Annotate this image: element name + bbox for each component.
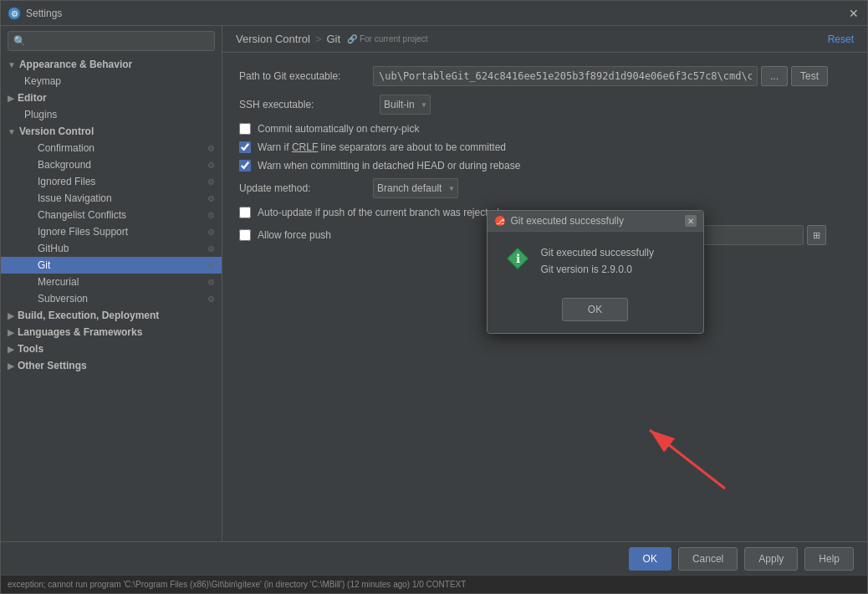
modal-line2: Git version is 2.9.0.0 — [541, 262, 654, 278]
sidebar-item-label: Ignored Files — [38, 176, 95, 187]
pin-icon: 🔗 For current project — [347, 34, 427, 44]
modal-message: Git executed successfully Git version is… — [541, 245, 654, 277]
expand-arrow: ▶ — [8, 361, 14, 371]
crlf-row: Warn if CRLF line separators are about t… — [239, 141, 850, 153]
update-method-wrapper: Branch default Merge Rebase — [373, 178, 458, 198]
sidebar-item-background[interactable]: Background ⚙ — [1, 156, 222, 173]
settings-icon: ⚙ — [207, 177, 215, 187]
sidebar-item-changelist-conflicts[interactable]: Changelist Conflicts ⚙ — [1, 207, 222, 223]
sidebar-item-ignored-files[interactable]: Ignored Files ⚙ — [1, 173, 222, 190]
sidebar-item-ignore-files-support[interactable]: Ignore Files Support ⚙ — [1, 223, 222, 240]
ssh-row: SSH executable: Built-in Native — [239, 95, 850, 115]
modal-ok-button[interactable]: OK — [562, 298, 628, 321]
settings-icon: ⚙ — [207, 161, 215, 170]
sidebar-item-label: GitHub — [38, 243, 69, 254]
ok-button[interactable]: OK — [629, 547, 671, 571]
sidebar-item-languages[interactable]: ▶ Languages & Frameworks — [1, 324, 222, 341]
modal-title-group: ⎇ Git executed successfully — [494, 215, 624, 227]
sidebar-item-subversion[interactable]: Subversion ⚙ — [1, 290, 222, 307]
sidebar-item-label: Git — [38, 259, 50, 271]
breadcrumb-vc: Version Control — [236, 33, 310, 45]
app-icon: ⚙ — [8, 7, 21, 20]
test-button[interactable]: Test — [791, 66, 828, 86]
expand-icon: ⊞ — [813, 230, 820, 241]
git-path-input[interactable] — [373, 66, 758, 86]
modal-body: ℹ Git executed successfully Git version … — [488, 232, 703, 290]
sidebar-item-mercurial[interactable]: Mercurial ⚙ — [1, 274, 222, 290]
titlebar: ⚙ Settings ✕ — [1, 1, 867, 26]
sidebar-item-appearance[interactable]: ▼ Appearance & Behavior — [1, 56, 222, 73]
sidebar-item-github[interactable]: GitHub ⚙ — [1, 240, 222, 257]
auto-update-checkbox[interactable] — [239, 207, 251, 218]
breadcrumb-separator: > — [315, 33, 322, 45]
sidebar-item-build[interactable]: ▶ Build, Execution, Deployment — [1, 307, 222, 324]
breadcrumb-git: Git — [326, 33, 340, 45]
update-method-select[interactable]: Branch default Merge Rebase — [373, 178, 458, 198]
sidebar-item-editor[interactable]: ▶ Editor — [1, 90, 222, 106]
settings-icon: ⚙ — [207, 211, 215, 220]
breadcrumb: Version Control > Git 🔗 For current proj… — [236, 33, 428, 45]
update-method-row: Update method: Branch default Merge Reba… — [239, 178, 850, 198]
success-modal: ⎇ Git executed successfully ✕ — [487, 210, 704, 333]
sidebar-item-label: Ignore Files Support — [38, 226, 128, 238]
apply-button[interactable]: Apply — [744, 547, 798, 571]
expand-arrow: ▼ — [8, 127, 16, 136]
reset-link[interactable]: Reset — [828, 33, 854, 45]
sidebar-item-issue-navigation[interactable]: Issue Navigation ⚙ — [1, 190, 222, 207]
sidebar-item-tools[interactable]: ▶ Tools — [1, 341, 222, 357]
sidebar-item-confirmation[interactable]: Confirmation ⚙ — [1, 140, 222, 156]
ssh-select-wrapper: Built-in Native — [380, 95, 431, 115]
right-panel: Version Control > Git 🔗 For current proj… — [222, 26, 867, 541]
git-icon: ⎇ — [494, 215, 506, 227]
auto-update-label: Auto-update if push of the current branc… — [258, 207, 499, 218]
force-push-checkbox[interactable] — [239, 229, 251, 241]
search-box[interactable]: 🔍 — [8, 31, 215, 51]
modal-close-button[interactable]: ✕ — [685, 215, 697, 227]
main-content: 🔍 ▼ Appearance & Behavior Keymap ▶ Edito… — [1, 26, 867, 541]
sidebar-item-label: Background — [38, 159, 91, 171]
detached-head-row: Warn when committing in detached HEAD or… — [239, 160, 850, 172]
cherry-pick-label: Commit automatically on cherry-pick — [258, 123, 419, 135]
cherry-pick-checkbox[interactable] — [239, 123, 251, 135]
sidebar-item-version-control[interactable]: ▼ Version Control — [1, 123, 222, 140]
close-button[interactable]: ✕ — [847, 7, 860, 20]
browse-button[interactable]: ... — [761, 66, 788, 86]
modal-titlebar: ⎇ Git executed successfully ✕ — [488, 211, 703, 232]
expand-arrow: ▶ — [8, 94, 14, 103]
sidebar-item-git[interactable]: Git ⚙ — [1, 257, 222, 274]
sidebar-item-label: Languages & Frameworks — [18, 326, 142, 338]
sidebar-item-label: Subversion — [38, 293, 88, 305]
protected-branches-button[interactable]: ⊞ — [807, 225, 826, 245]
expand-arrow: ▶ — [8, 311, 14, 320]
git-path-row: Path to Git executable: ... Test — [239, 66, 850, 86]
settings-icon: ⚙ — [207, 294, 215, 304]
settings-icon: ⚙ — [207, 228, 215, 237]
help-button[interactable]: Help — [804, 547, 854, 571]
settings-icon: ⚙ — [207, 144, 215, 153]
settings-window: ⚙ Settings ✕ 🔍 ▼ Appearance & Behavior K… — [0, 0, 868, 594]
sidebar-item-other-settings[interactable]: ▶ Other Settings — [1, 357, 222, 374]
sidebar-item-label: Confirmation — [38, 142, 94, 154]
crlf-checkbox[interactable] — [239, 141, 251, 153]
panel-body: Path to Git executable: ... Test SSH exe… — [222, 53, 867, 541]
bottom-bar: OK Cancel Apply Help — [1, 541, 867, 575]
sidebar-item-keymap[interactable]: Keymap — [1, 73, 222, 90]
sidebar-item-plugins[interactable]: Plugins — [1, 106, 222, 123]
ssh-label: SSH executable: — [239, 99, 373, 110]
update-method-label: Update method: — [239, 182, 373, 194]
window-title: Settings — [26, 8, 847, 19]
search-input[interactable] — [29, 35, 209, 47]
force-push-label: Allow force push — [258, 229, 331, 241]
sidebar-item-label: Mercurial — [38, 276, 79, 288]
ssh-select[interactable]: Built-in Native — [380, 95, 431, 115]
sidebar-item-label: Build, Execution, Deployment — [18, 310, 159, 321]
svg-text:⎇: ⎇ — [496, 218, 504, 226]
settings-icon: ⚙ — [207, 244, 215, 253]
detached-head-checkbox[interactable] — [239, 160, 251, 172]
cancel-button[interactable]: Cancel — [678, 547, 738, 571]
info-icon-wrapper: ℹ — [504, 245, 531, 272]
cherry-pick-row: Commit automatically on cherry-pick — [239, 123, 850, 135]
crlf-label: Warn if CRLF line separators are about t… — [258, 141, 506, 153]
arrow-indicator — [633, 422, 733, 499]
settings-icon: ⚙ — [207, 194, 215, 203]
